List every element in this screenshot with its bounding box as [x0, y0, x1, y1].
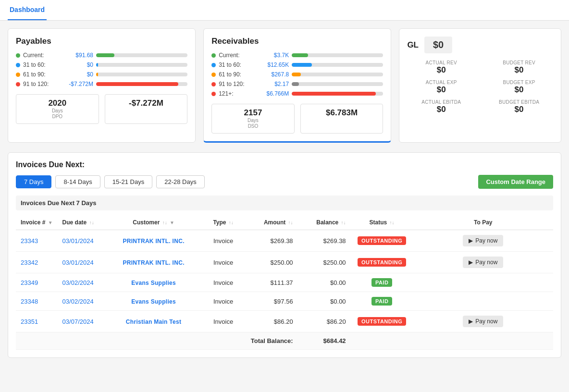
- invoice-type: Invoice: [202, 252, 245, 273]
- gl-stat-budget-ebitda: BUDGET EBITDA $0: [485, 99, 553, 114]
- col-header-balance: Balance ↑↓: [298, 215, 351, 230]
- receivables-value-4: $6.766M: [256, 90, 289, 97]
- invoice-amount: $97.56: [245, 292, 298, 311]
- receivables-label-0: Current:: [219, 52, 253, 59]
- gl-actual-exp-label: ACTUAL EXP: [407, 80, 475, 85]
- customer-filter-icon[interactable]: ▼: [170, 220, 174, 225]
- pay-now-cell[interactable]: ▶ Pay now: [413, 311, 553, 332]
- invoice-type: Invoice: [202, 311, 245, 332]
- col-header-invoice: Invoice # ▼: [16, 215, 58, 230]
- table-row: 23349 03/02/2024 Evans Supplies Invoice …: [16, 273, 553, 292]
- pay-now-button[interactable]: ▶ Pay now: [463, 257, 503, 268]
- customer-name[interactable]: PRINTRAK INTL. INC.: [106, 252, 202, 273]
- due-date[interactable]: 03/02/2024: [58, 273, 106, 292]
- invoice-number[interactable]: 23342: [16, 252, 58, 273]
- invoice-number[interactable]: 23343: [16, 230, 58, 252]
- due-date[interactable]: 03/02/2024: [58, 292, 106, 311]
- invoice-amount: $86.20: [245, 311, 298, 332]
- invoice-number[interactable]: 23348: [16, 292, 58, 311]
- invoice-status: OUTSTANDING: [351, 311, 413, 332]
- amount-sort-icon[interactable]: ↑↓: [288, 220, 293, 225]
- dot-green-rec: [211, 53, 216, 58]
- dot-orange-payables: [16, 73, 20, 77]
- invoice-number[interactable]: 23351: [16, 311, 58, 332]
- receivables-title: Receivables: [211, 37, 383, 46]
- gl-budget-exp-value: $0: [485, 85, 553, 95]
- pay-now-cell[interactable]: ▶ Pay now: [413, 230, 553, 252]
- gl-actual-ebitda-value: $0: [407, 105, 475, 114]
- tab-8-14-days[interactable]: 8-14 Days: [55, 175, 100, 188]
- receivables-total-box: $6.783M: [300, 104, 383, 134]
- total-value: $684.42: [298, 332, 351, 350]
- payables-row-2: 61 to 90: $0: [16, 71, 187, 78]
- custom-date-range-button[interactable]: Custom Date Range: [478, 175, 553, 189]
- payables-value-2: $0: [61, 71, 93, 78]
- payables-bar-2: [96, 73, 187, 76]
- pay-now-cell[interactable]: ▶ Pay now: [413, 252, 553, 273]
- gl-budget-ebitda-value: $0: [485, 105, 553, 114]
- receivables-label-4: 121+:: [219, 90, 253, 97]
- gl-budget-exp-label: BUDGET EXP: [485, 80, 553, 85]
- due-date[interactable]: 03/07/2024: [58, 311, 106, 332]
- customer-name[interactable]: Evans Supplies: [106, 292, 202, 311]
- payables-dpo-label: DaysDPO: [21, 108, 94, 120]
- gl-stat-budget-rev: BUDGET REV $0: [485, 60, 553, 75]
- invoice-type: Invoice: [202, 273, 245, 292]
- table-header-row: Invoice # ▼ Due date ↑↓ Customer ↑↓ ▼ Ty…: [16, 215, 553, 230]
- customer-name[interactable]: PRINTRAK INTL. INC.: [106, 230, 202, 252]
- receivables-footer: 2157 DaysDSO $6.783M: [211, 104, 383, 134]
- invoice-status: PAID: [351, 273, 413, 292]
- tab-15-21-days[interactable]: 15-21 Days: [104, 175, 152, 188]
- col-header-status: Status ↑↓: [351, 215, 413, 230]
- status-sort-icon[interactable]: ↑↓: [390, 220, 395, 225]
- pay-now-button[interactable]: ▶ Pay now: [463, 316, 503, 327]
- gl-header: GL $0: [407, 37, 553, 53]
- total-row: Total Balance: $684.42: [16, 332, 553, 350]
- rec-bar-3: [292, 82, 383, 86]
- gl-stat-budget-exp: BUDGET EXP $0: [485, 80, 553, 95]
- payables-row-3: 91 to 120: -$7.272M: [16, 81, 187, 87]
- invoice-number[interactable]: 23349: [16, 273, 58, 292]
- rec-bar-4: [292, 92, 383, 96]
- dot-blue-payables: [16, 63, 20, 67]
- gl-stats-grid: ACTUAL REV $0 BUDGET REV $0 ACTUAL EXP $…: [407, 60, 553, 114]
- payables-title: Payables: [16, 37, 187, 46]
- receivables-value-2: $267.8: [256, 71, 289, 78]
- tab-22-28-days[interactable]: 22-28 Days: [156, 175, 204, 188]
- payables-value-0: $91.68: [61, 52, 93, 59]
- invoice-balance: $86.20: [298, 311, 351, 332]
- payables-label-2: 61 to 90:: [23, 71, 58, 78]
- payables-bar-1: [96, 63, 187, 67]
- col-header-amount: Amount ↑↓: [245, 215, 298, 230]
- rec-bar-1: [292, 63, 383, 67]
- customer-name[interactable]: Christian Main Test: [106, 311, 202, 332]
- receivables-row-3: 91 to 120: $2.17: [211, 81, 383, 87]
- due-date[interactable]: 03/01/2024: [58, 252, 106, 273]
- tab-7-days[interactable]: 7 Days: [16, 175, 51, 188]
- table-row: 23348 03/02/2024 Evans Supplies Invoice …: [16, 292, 553, 311]
- col-header-due: Due date ↑↓: [58, 215, 106, 230]
- payables-row-0: Current: $91.68: [16, 52, 187, 59]
- due-sort-icon[interactable]: ↑↓: [89, 220, 94, 225]
- dot-blue-rec: [211, 63, 216, 67]
- dot-red-payables: [16, 82, 20, 86]
- gl-value: $0: [424, 37, 452, 53]
- customer-name[interactable]: Evans Supplies: [106, 273, 202, 292]
- customer-sort-icon[interactable]: ↑↓: [162, 220, 167, 225]
- cards-row: Payables Current: $91.68 31 to 60: $0 61…: [8, 28, 561, 143]
- pay-now-cell: [413, 273, 553, 292]
- type-sort-icon[interactable]: ↑↓: [229, 220, 234, 225]
- dashboard-tab[interactable]: Dashboard: [8, 0, 47, 20]
- balance-sort-icon[interactable]: ↑↓: [341, 220, 346, 225]
- table-row: 23342 03/01/2024 PRINTRAK INTL. INC. Inv…: [16, 252, 553, 273]
- dot-darkred-rec: [211, 82, 216, 86]
- gl-stat-actual-rev: ACTUAL REV $0: [407, 60, 475, 75]
- rec-bar-2: [292, 73, 383, 76]
- invoice-filter-icon[interactable]: ▼: [48, 220, 53, 225]
- receivables-dso-box: 2157 DaysDSO: [211, 104, 295, 134]
- payables-total-box: -$7.272M: [105, 94, 188, 124]
- pay-now-button[interactable]: ▶ Pay now: [463, 235, 503, 246]
- due-date[interactable]: 03/01/2024: [58, 230, 106, 252]
- table-row: 23351 03/07/2024 Christian Main Test Inv…: [16, 311, 553, 332]
- payables-footer: 2020 DaysDPO -$7.272M: [16, 94, 187, 124]
